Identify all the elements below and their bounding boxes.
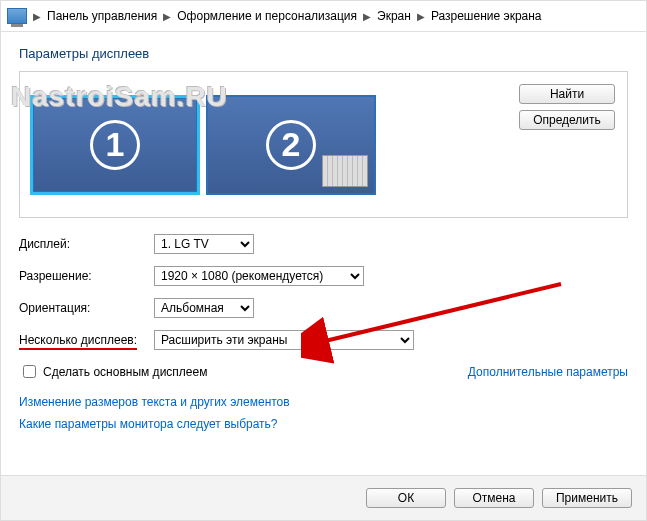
crumb-screen[interactable]: Экран — [377, 9, 411, 23]
chevron-icon: ▶ — [417, 11, 425, 22]
crumb-personalization[interactable]: Оформление и персонализация — [177, 9, 357, 23]
display-label: Дисплей: — [19, 237, 154, 251]
display-preview-panel: 1 2 Найти Определить — [19, 71, 628, 218]
button-bar: ОК Отмена Применить — [1, 475, 646, 520]
monitor-2-number: 2 — [266, 120, 316, 170]
crumb-resolution[interactable]: Разрешение экрана — [431, 9, 542, 23]
monitor-2[interactable]: 2 — [206, 95, 376, 195]
make-primary-label: Сделать основным дисплеем — [43, 365, 207, 379]
make-primary-checkbox[interactable] — [23, 365, 36, 378]
monitor-1[interactable]: 1 — [30, 95, 200, 195]
resolution-select[interactable]: 1920 × 1080 (рекомендуется) — [154, 266, 364, 286]
page-title: Параметры дисплеев — [19, 46, 628, 61]
keyboard-icon — [322, 155, 368, 187]
display-icon — [7, 8, 27, 24]
cancel-button[interactable]: Отмена — [454, 488, 534, 508]
detect-button[interactable]: Определить — [519, 110, 615, 130]
chevron-icon: ▶ — [163, 11, 171, 22]
ok-button[interactable]: ОК — [366, 488, 446, 508]
multi-display-select[interactable]: Расширить эти экраны — [154, 330, 414, 350]
display-select[interactable]: 1. LG TV — [154, 234, 254, 254]
breadcrumb: ▶ Панель управления ▶ Оформление и персо… — [1, 1, 646, 32]
orientation-label: Ориентация: — [19, 301, 154, 315]
monitor-1-number: 1 — [90, 120, 140, 170]
find-button[interactable]: Найти — [519, 84, 615, 104]
orientation-select[interactable]: Альбомная — [154, 298, 254, 318]
resolution-label: Разрешение: — [19, 269, 154, 283]
chevron-icon: ▶ — [363, 11, 371, 22]
which-monitor-link[interactable]: Какие параметры монитора следует выбрать… — [19, 417, 628, 431]
crumb-control-panel[interactable]: Панель управления — [47, 9, 157, 23]
advanced-settings-link[interactable]: Дополнительные параметры — [468, 365, 628, 379]
text-size-link[interactable]: Изменение размеров текста и других элеме… — [19, 395, 628, 409]
multi-display-label: Несколько дисплеев: — [19, 333, 154, 347]
chevron-icon: ▶ — [33, 11, 41, 22]
apply-button[interactable]: Применить — [542, 488, 632, 508]
